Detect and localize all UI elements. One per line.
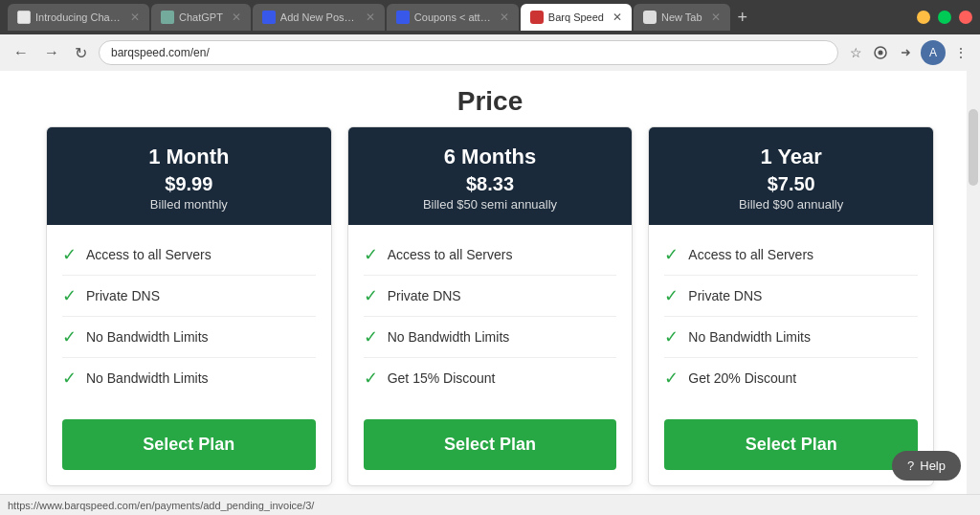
plan-card-1month: 1 Month $9.99 Billed monthly ✓ Access to… [46,126,332,486]
address-bar: ← → ↻ ☆ A ⋮ [0,34,980,71]
tab-coupons[interactable]: Coupons < attproc... ✕ [387,4,519,31]
status-bar: https://www.barqspeed.com/en/payments/ad… [0,494,980,515]
tab-close-icon[interactable]: ✕ [130,11,140,24]
feature-item: ✓ Private DNS [364,276,617,317]
new-tab-button[interactable]: + [732,9,754,26]
profile-icon[interactable]: A [921,40,946,65]
feature-item: ✓ Private DNS [62,276,316,317]
feature-item: ✓ No Bandwidth Limits [664,317,918,358]
plan-footer-1year: Select Plan [649,408,933,485]
plan-price-1month: $9.99 [58,173,320,195]
tab-bar: Introducing ChatG... ✕ ChatGPT ✕ Add New… [0,0,980,34]
plan-features-6months: ✓ Access to all Servers ✓ Private DNS ✓ … [348,225,633,408]
plan-price-1year: $7.50 [660,173,922,195]
plan-billing-6months: Billed $50 semi annually [360,197,621,212]
plan-name-1year: 1 Year [660,145,922,169]
tab-chatgpt[interactable]: ChatGPT ✕ [151,4,251,31]
svg-point-1 [879,51,883,56]
feature-item: ✓ No Bandwidth Limits [364,317,617,358]
plan-billing-1year: Billed $90 annually [660,197,922,212]
check-icon: ✓ [664,368,679,389]
tab-barq-speed[interactable]: Barq Speed ✕ [521,4,632,31]
plan-header-1month: 1 Month $9.99 Billed monthly [47,127,331,225]
select-plan-button-6months[interactable]: Select Plan [364,419,617,470]
plan-card-1year: 1 Year $7.50 Billed $90 annually ✓ Acces… [648,126,934,486]
feature-item: ✓ Access to all Servers [62,235,316,276]
plan-price-6months: $8.33 [360,173,621,195]
feature-item: ✓ No Bandwidth Limits [62,358,316,398]
toolbar-icons: ☆ A ⋮ [846,40,970,65]
check-icon: ✓ [62,285,77,306]
page-title: Price [457,71,523,126]
feature-item: ✓ Private DNS [664,276,918,317]
menu-icon[interactable]: ⋮ [951,43,970,62]
tab-close-icon[interactable]: ✕ [612,11,622,24]
bookmark-icon[interactable]: ☆ [846,43,865,62]
tab-add-new-post[interactable]: Add New Post • att... ✕ [253,4,385,31]
plan-features-1month: ✓ Access to all Servers ✓ Private DNS ✓ … [47,225,331,408]
browser-window: Introducing ChatG... ✕ ChatGPT ✕ Add New… [0,0,980,515]
address-input[interactable] [99,40,838,65]
feature-item: ✓ Get 15% Discount [364,358,617,398]
refresh-button[interactable]: ↻ [71,42,91,64]
plan-name-1month: 1 Month [58,145,320,169]
help-button[interactable]: ? Help [892,451,961,481]
check-icon: ✓ [364,244,378,265]
feature-item: ✓ Access to all Servers [664,235,918,276]
download-section-title: Download [431,486,549,494]
plan-card-6months: 6 Months $8.33 Billed $50 semi annually … [347,126,634,486]
check-icon: ✓ [364,285,378,306]
minimize-button[interactable]: − [917,11,930,24]
plan-billing-1month: Billed monthly [58,197,320,212]
select-plan-button-1year[interactable]: Select Plan [664,419,918,470]
tab-introducing-chatg[interactable]: Introducing ChatG... ✕ [8,4,149,31]
check-icon: ✓ [664,326,679,347]
check-icon: ✓ [364,326,378,347]
maximize-button[interactable]: □ [938,11,951,24]
status-url: https://www.barqspeed.com/en/payments/ad… [8,500,314,511]
extensions-icon[interactable] [871,43,890,62]
back-button[interactable]: ← [10,42,33,63]
plan-name-6months: 6 Months [360,145,621,169]
feature-item: ✓ Access to all Servers [364,235,617,276]
plan-header-6months: 6 Months $8.33 Billed $50 semi annually [348,127,633,225]
help-icon: ? [907,459,914,473]
check-icon: ✓ [62,244,77,265]
scrollbar-thumb[interactable] [969,109,978,186]
tab-close-icon[interactable]: ✕ [366,11,375,24]
check-icon: ✓ [62,368,77,389]
check-icon: ✓ [364,368,378,389]
plan-header-1year: 1 Year $7.50 Billed $90 annually [649,127,933,225]
forward-button[interactable]: → [40,42,63,63]
plans-container: 1 Month $9.99 Billed monthly ✓ Access to… [31,126,949,486]
scrollbar[interactable] [967,71,980,494]
tab-close-icon[interactable]: ✕ [232,11,241,24]
feature-item: ✓ Get 20% Discount [664,358,918,398]
plan-footer-1month: Select Plan [47,408,331,485]
check-icon: ✓ [62,326,77,347]
share-icon[interactable] [896,43,915,62]
plan-footer-6months: Select Plan [348,408,633,485]
check-icon: ✓ [664,244,679,265]
tab-close-icon[interactable]: ✕ [711,11,721,24]
window-controls: − □ ✕ [917,11,972,24]
page-content: Price 1 Month $9.99 Billed monthly ✓ Acc… [0,71,980,494]
select-plan-button-1month[interactable]: Select Plan [62,419,316,470]
tab-close-icon[interactable]: ✕ [500,11,509,24]
feature-item: ✓ No Bandwidth Limits [62,317,316,358]
check-icon: ✓ [664,285,679,306]
tab-new-tab[interactable]: New Tab ✕ [634,4,730,31]
plan-features-1year: ✓ Access to all Servers ✓ Private DNS ✓ … [649,225,933,408]
close-button[interactable]: ✕ [959,11,972,24]
